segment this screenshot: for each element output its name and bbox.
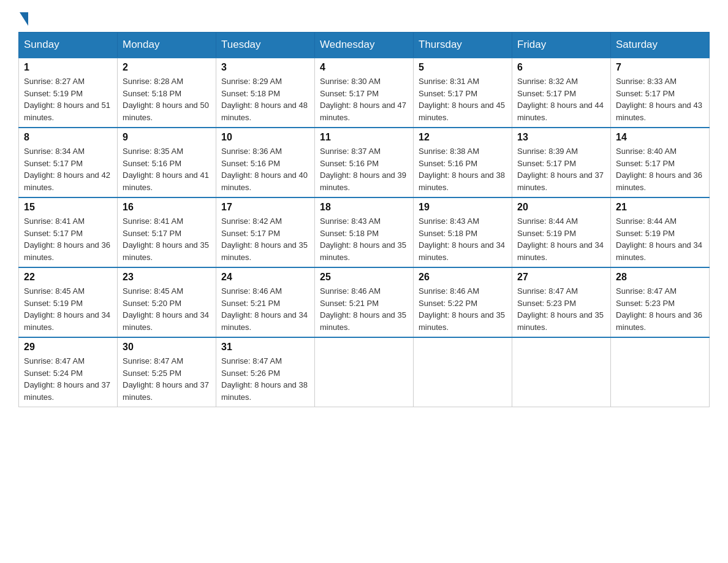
day-info: Sunrise: 8:39 AMSunset: 5:17 PMDaylight:… bbox=[517, 145, 605, 193]
day-info: Sunrise: 8:35 AMSunset: 5:16 PMDaylight:… bbox=[123, 145, 211, 193]
page-header bbox=[18, 12, 710, 26]
day-number: 14 bbox=[616, 132, 704, 143]
day-info: Sunrise: 8:41 AMSunset: 5:17 PMDaylight:… bbox=[123, 215, 211, 263]
day-number: 17 bbox=[221, 202, 309, 213]
day-info: Sunrise: 8:47 AMSunset: 5:23 PMDaylight:… bbox=[517, 285, 605, 333]
day-number: 25 bbox=[320, 272, 408, 283]
calendar-cell: 14 Sunrise: 8:40 AMSunset: 5:17 PMDaylig… bbox=[611, 128, 710, 197]
header-day-saturday: Saturday bbox=[611, 33, 710, 58]
day-info: Sunrise: 8:46 AMSunset: 5:21 PMDaylight:… bbox=[221, 285, 309, 333]
day-number: 6 bbox=[517, 62, 605, 73]
logo bbox=[18, 12, 28, 26]
calendar-body: 1 Sunrise: 8:27 AMSunset: 5:19 PMDayligh… bbox=[19, 58, 710, 407]
calendar-cell: 17 Sunrise: 8:42 AMSunset: 5:17 PMDaylig… bbox=[216, 197, 315, 267]
day-number: 20 bbox=[517, 202, 605, 213]
week-row-2: 8 Sunrise: 8:34 AMSunset: 5:17 PMDayligh… bbox=[19, 128, 710, 197]
calendar-cell: 5 Sunrise: 8:31 AMSunset: 5:17 PMDayligh… bbox=[414, 58, 512, 128]
day-info: Sunrise: 8:38 AMSunset: 5:16 PMDaylight:… bbox=[419, 145, 507, 193]
day-info: Sunrise: 8:43 AMSunset: 5:18 PMDaylight:… bbox=[320, 215, 408, 263]
calendar-cell: 12 Sunrise: 8:38 AMSunset: 5:16 PMDaylig… bbox=[414, 128, 512, 197]
calendar-cell: 11 Sunrise: 8:37 AMSunset: 5:16 PMDaylig… bbox=[315, 128, 414, 197]
header-day-monday: Monday bbox=[118, 33, 216, 58]
day-number: 7 bbox=[616, 62, 704, 73]
day-info: Sunrise: 8:47 AMSunset: 5:24 PMDaylight:… bbox=[24, 355, 112, 403]
day-info: Sunrise: 8:42 AMSunset: 5:17 PMDaylight:… bbox=[221, 215, 309, 263]
calendar-cell: 16 Sunrise: 8:41 AMSunset: 5:17 PMDaylig… bbox=[118, 197, 216, 267]
day-number: 11 bbox=[320, 132, 408, 143]
calendar-cell: 19 Sunrise: 8:43 AMSunset: 5:18 PMDaylig… bbox=[414, 197, 512, 267]
day-info: Sunrise: 8:47 AMSunset: 5:26 PMDaylight:… bbox=[221, 355, 309, 403]
calendar-cell: 9 Sunrise: 8:35 AMSunset: 5:16 PMDayligh… bbox=[118, 128, 216, 197]
week-row-5: 29 Sunrise: 8:47 AMSunset: 5:24 PMDaylig… bbox=[19, 337, 710, 407]
calendar-cell bbox=[315, 337, 414, 407]
calendar-cell: 7 Sunrise: 8:33 AMSunset: 5:17 PMDayligh… bbox=[611, 58, 710, 128]
calendar-cell: 24 Sunrise: 8:46 AMSunset: 5:21 PMDaylig… bbox=[216, 267, 315, 337]
day-number: 9 bbox=[123, 132, 211, 143]
day-number: 30 bbox=[123, 342, 211, 353]
day-number: 12 bbox=[419, 132, 507, 143]
calendar-cell: 28 Sunrise: 8:47 AMSunset: 5:23 PMDaylig… bbox=[611, 267, 710, 337]
calendar-cell: 20 Sunrise: 8:44 AMSunset: 5:19 PMDaylig… bbox=[512, 197, 611, 267]
calendar-cell: 26 Sunrise: 8:46 AMSunset: 5:22 PMDaylig… bbox=[414, 267, 512, 337]
day-number: 27 bbox=[517, 272, 605, 283]
day-info: Sunrise: 8:44 AMSunset: 5:19 PMDaylight:… bbox=[517, 215, 605, 263]
day-number: 31 bbox=[221, 342, 309, 353]
day-number: 8 bbox=[24, 132, 112, 143]
calendar-cell: 22 Sunrise: 8:45 AMSunset: 5:19 PMDaylig… bbox=[19, 267, 118, 337]
day-info: Sunrise: 8:27 AMSunset: 5:19 PMDaylight:… bbox=[24, 75, 112, 123]
calendar-cell: 29 Sunrise: 8:47 AMSunset: 5:24 PMDaylig… bbox=[19, 337, 118, 407]
calendar-cell: 25 Sunrise: 8:46 AMSunset: 5:21 PMDaylig… bbox=[315, 267, 414, 337]
calendar-cell: 2 Sunrise: 8:28 AMSunset: 5:18 PMDayligh… bbox=[118, 58, 216, 128]
day-info: Sunrise: 8:36 AMSunset: 5:16 PMDaylight:… bbox=[221, 145, 309, 193]
header-day-thursday: Thursday bbox=[414, 33, 512, 58]
logo-triangle-icon bbox=[20, 12, 28, 26]
calendar-cell: 8 Sunrise: 8:34 AMSunset: 5:17 PMDayligh… bbox=[19, 128, 118, 197]
day-number: 15 bbox=[24, 202, 112, 213]
week-row-1: 1 Sunrise: 8:27 AMSunset: 5:19 PMDayligh… bbox=[19, 58, 710, 128]
day-number: 26 bbox=[419, 272, 507, 283]
day-info: Sunrise: 8:33 AMSunset: 5:17 PMDaylight:… bbox=[616, 75, 704, 123]
day-number: 5 bbox=[419, 62, 507, 73]
calendar-cell: 13 Sunrise: 8:39 AMSunset: 5:17 PMDaylig… bbox=[512, 128, 611, 197]
day-info: Sunrise: 8:29 AMSunset: 5:18 PMDaylight:… bbox=[221, 75, 309, 123]
day-info: Sunrise: 8:44 AMSunset: 5:19 PMDaylight:… bbox=[616, 215, 704, 263]
week-row-3: 15 Sunrise: 8:41 AMSunset: 5:17 PMDaylig… bbox=[19, 197, 710, 267]
calendar-cell bbox=[512, 337, 611, 407]
day-number: 2 bbox=[123, 62, 211, 73]
day-info: Sunrise: 8:40 AMSunset: 5:17 PMDaylight:… bbox=[616, 145, 704, 193]
day-number: 18 bbox=[320, 202, 408, 213]
day-info: Sunrise: 8:45 AMSunset: 5:20 PMDaylight:… bbox=[123, 285, 211, 333]
header-day-sunday: Sunday bbox=[19, 33, 118, 58]
header-day-wednesday: Wednesday bbox=[315, 33, 414, 58]
day-info: Sunrise: 8:34 AMSunset: 5:17 PMDaylight:… bbox=[24, 145, 112, 193]
day-number: 16 bbox=[123, 202, 211, 213]
day-info: Sunrise: 8:32 AMSunset: 5:17 PMDaylight:… bbox=[517, 75, 605, 123]
day-number: 4 bbox=[320, 62, 408, 73]
day-number: 1 bbox=[24, 62, 112, 73]
header-day-tuesday: Tuesday bbox=[216, 33, 315, 58]
calendar-cell: 31 Sunrise: 8:47 AMSunset: 5:26 PMDaylig… bbox=[216, 337, 315, 407]
calendar-cell bbox=[414, 337, 512, 407]
day-number: 23 bbox=[123, 272, 211, 283]
day-number: 24 bbox=[221, 272, 309, 283]
day-info: Sunrise: 8:47 AMSunset: 5:23 PMDaylight:… bbox=[616, 285, 704, 333]
day-info: Sunrise: 8:41 AMSunset: 5:17 PMDaylight:… bbox=[24, 215, 112, 263]
day-number: 29 bbox=[24, 342, 112, 353]
calendar-cell: 6 Sunrise: 8:32 AMSunset: 5:17 PMDayligh… bbox=[512, 58, 611, 128]
day-info: Sunrise: 8:45 AMSunset: 5:19 PMDaylight:… bbox=[24, 285, 112, 333]
calendar-cell bbox=[611, 337, 710, 407]
day-info: Sunrise: 8:31 AMSunset: 5:17 PMDaylight:… bbox=[419, 75, 507, 123]
day-info: Sunrise: 8:46 AMSunset: 5:22 PMDaylight:… bbox=[419, 285, 507, 333]
week-row-4: 22 Sunrise: 8:45 AMSunset: 5:19 PMDaylig… bbox=[19, 267, 710, 337]
day-number: 3 bbox=[221, 62, 309, 73]
day-number: 10 bbox=[221, 132, 309, 143]
calendar-cell: 18 Sunrise: 8:43 AMSunset: 5:18 PMDaylig… bbox=[315, 197, 414, 267]
day-info: Sunrise: 8:28 AMSunset: 5:18 PMDaylight:… bbox=[123, 75, 211, 123]
day-number: 21 bbox=[616, 202, 704, 213]
day-number: 22 bbox=[24, 272, 112, 283]
header-row: SundayMondayTuesdayWednesdayThursdayFrid… bbox=[19, 33, 710, 58]
day-number: 13 bbox=[517, 132, 605, 143]
calendar-table: SundayMondayTuesdayWednesdayThursdayFrid… bbox=[18, 32, 710, 407]
calendar-cell: 4 Sunrise: 8:30 AMSunset: 5:17 PMDayligh… bbox=[315, 58, 414, 128]
day-info: Sunrise: 8:30 AMSunset: 5:17 PMDaylight:… bbox=[320, 75, 408, 123]
